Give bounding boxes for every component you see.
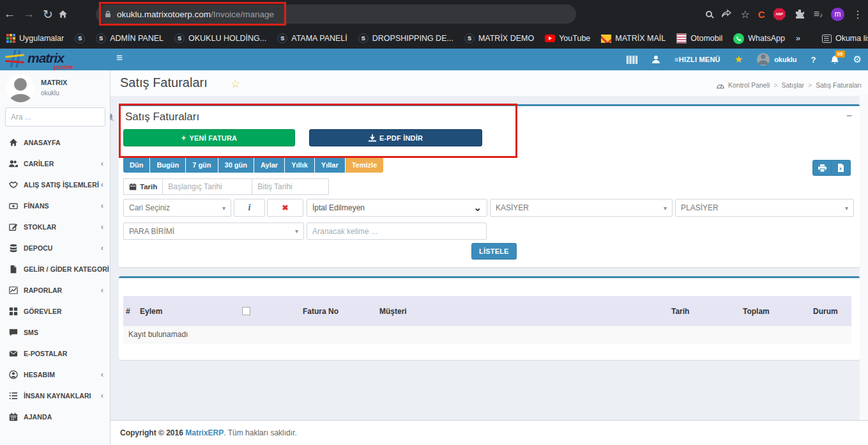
tab-temizle[interactable]: Temizle [346, 157, 384, 173]
sidebar-item-sms[interactable]: SMS [0, 322, 110, 343]
table-header-row: # Eylem Fatura No Müşteri Tarih Toplam D… [123, 296, 851, 326]
matrix-logo[interactable]: matrix yazılım [5, 50, 64, 68]
cari-clear-button[interactable]: ✖ [267, 199, 303, 217]
sidebar-toggle-icon[interactable]: ≡ [116, 52, 123, 65]
tab-bugun[interactable]: Bugün [150, 157, 185, 173]
cari-select[interactable]: Cari Seçiniz ▾ [123, 199, 231, 217]
tab-dun[interactable]: Dün [123, 157, 149, 173]
favorites-star-icon[interactable]: ★ [735, 54, 743, 65]
sidebar-search[interactable] [5, 107, 105, 127]
iptal-select-value: İptal Edilmeyen [312, 203, 365, 212]
extension-c-icon[interactable]: C [758, 9, 765, 20]
keyword-search-input[interactable] [307, 222, 487, 240]
money-icon [9, 201, 18, 210]
bookmark-label: ADMİN PANEL [110, 34, 164, 43]
tab-aylar[interactable]: Aylar [254, 157, 284, 173]
matrix-logo-glyph [5, 50, 24, 68]
favorite-page-star-icon[interactable]: ☆ [231, 77, 240, 91]
footer: Copyright © 2016 MatrixERP. Tüm hakları … [110, 420, 868, 445]
epdf-download-button[interactable]: E-PDF İNDİR [309, 129, 482, 146]
cari-info-button[interactable]: i [234, 199, 265, 217]
help-button[interactable]: ? [811, 55, 816, 65]
end-date-input[interactable] [252, 178, 329, 195]
bookmark-label: MATRİX DEMO [478, 34, 534, 43]
bookmark-okuklu-holding[interactable]: SOKUKLU HOLDİNG... [174, 33, 266, 43]
back-button[interactable]: ← [0, 7, 19, 21]
collapse-panel-icon[interactable]: − [846, 110, 852, 121]
breadcrumb-separator: > [773, 81, 777, 89]
sidebar-search-input[interactable] [11, 113, 110, 121]
browser-menu-icon[interactable]: ⋮ [853, 8, 863, 20]
user-menu[interactable]: okuklu [757, 53, 796, 66]
col-toplam: Toplam [743, 296, 770, 326]
breadcrumb-satislar[interactable]: Satışlar [781, 81, 804, 89]
adblock-extension-icon[interactable]: ABP [773, 8, 786, 20]
url-bar[interactable]: okuklu.matrixotoerp.com/Invoice/manage [96, 4, 576, 24]
plasiyer-select[interactable]: PLASİYER ▾ [675, 199, 854, 217]
user-icon[interactable] [651, 55, 660, 64]
bookmarks-overflow[interactable]: » [796, 34, 800, 43]
bookmark-otomobil[interactable]: Otomobil [676, 33, 722, 43]
extensions-puzzle-icon[interactable] [794, 8, 805, 20]
footer-brand-link[interactable]: MatrixERP [185, 428, 224, 437]
sidebar-item-anasayfa[interactable]: ANASAYFA [0, 132, 110, 153]
bookmark-atama-paneli[interactable]: SATAMA PANELİ [277, 33, 347, 43]
tab-yillik[interactable]: Yıllık [285, 157, 314, 173]
comment-icon [9, 328, 18, 337]
quick-menu-label: HIZLI MENÜ [679, 56, 720, 63]
iptal-select[interactable]: İptal Edilmeyen ⌄ [307, 199, 487, 217]
listele-button[interactable]: LİSTELE [471, 243, 517, 260]
reading-list[interactable]: Okuma listesi [822, 34, 868, 43]
tab-yillar[interactable]: Yıllar [315, 157, 345, 173]
profile-avatar[interactable]: m [831, 8, 844, 21]
sidebar-item-stoklar[interactable]: STOKLAR ‹ [0, 216, 110, 237]
globe-favicon: S [174, 33, 185, 43]
sidebar-item-depocu[interactable]: DEPOCU ‹ [0, 237, 110, 258]
sidebar-item-ajanda[interactable]: AJANDA [0, 406, 110, 427]
sidebar-item-gorevler[interactable]: GÖREVLER [0, 301, 110, 322]
tab-7gun[interactable]: 7 gün [186, 157, 217, 173]
kasiyer-select-value: KASİYER [496, 203, 529, 212]
forward-button[interactable]: → [19, 7, 38, 21]
bookmark-star-icon[interactable]: ☆ [740, 8, 749, 20]
barcode-icon[interactable] [627, 56, 637, 64]
start-date-input[interactable] [163, 178, 252, 195]
notifications-button[interactable]: 65 [830, 55, 839, 65]
tab-30gun[interactable]: 30 gün [218, 157, 254, 173]
settings-gears-icon[interactable]: ⚙ [853, 54, 862, 65]
sidebar-item-insan-kaynaklari[interactable]: İNSAN KAYNAKLARI ‹ [0, 385, 110, 406]
sidebar-item-hesabim[interactable]: HESABIM ‹ [0, 364, 110, 385]
bookmark-youtube[interactable]: YouTube [545, 34, 590, 43]
home-button[interactable] [57, 9, 77, 20]
kasiyer-select[interactable]: KASİYER ▾ [490, 199, 673, 217]
list-icon [9, 391, 18, 400]
bookmark-dropshipping[interactable]: SDROPSHIPPING DE... [358, 33, 453, 43]
chevron-down-icon: ⌄ [473, 205, 482, 211]
reload-button[interactable]: ↻ [38, 7, 57, 22]
share-icon[interactable] [720, 9, 732, 19]
para-birimi-select[interactable]: PARA BİRİMİ ▾ [123, 222, 304, 240]
select-all-checkbox[interactable] [242, 307, 250, 315]
excel-export-button[interactable]: x [832, 160, 851, 176]
sidebar-item-finans[interactable]: FİNANS ‹ [0, 195, 110, 216]
sidebar-item-epostalar[interactable]: E-POSTALAR [0, 343, 110, 364]
bookmark-apps[interactable]: Uygulamalar [6, 34, 64, 43]
bookmark-whatsapp[interactable]: WhatsApp [733, 33, 785, 44]
breadcrumb-kontrol-paneli[interactable]: Kontrol Paneli [728, 81, 770, 89]
sidebar-item-cariler[interactable]: CARİLER ‹ [0, 153, 110, 174]
caret-down-icon: ▾ [222, 205, 225, 212]
bookmark-matrix-demo[interactable]: SMATRİX DEMO [464, 33, 534, 43]
sidebar-item-raporlar[interactable]: RAPORLAR ‹ [0, 279, 110, 301]
zoom-icon[interactable] [706, 11, 712, 17]
print-button[interactable] [812, 160, 832, 176]
sidebar-item-alis-satis[interactable]: ALIŞ SATIŞ İŞLEMLERİ ‹ [0, 174, 110, 195]
quick-menu-button[interactable]: ≡HIZLI MENÜ [674, 56, 720, 63]
bookmark-admin-panel[interactable]: SADMİN PANEL [96, 33, 164, 43]
scrollbar-track[interactable] [860, 95, 868, 420]
playlist-extension-icon[interactable]: ≡♪ [814, 8, 823, 20]
sidebar-item-gelir-gider[interactable]: GELİR / GİDER KATEGORİ [0, 258, 110, 279]
col-fatura-no: Fatura No [303, 296, 339, 326]
new-invoice-button[interactable]: + YENİ FATURA [123, 129, 295, 146]
bookmark-matrix-mail[interactable]: MATRİX MAİL [601, 34, 666, 43]
bookmark-unnamed[interactable]: S [75, 33, 85, 43]
